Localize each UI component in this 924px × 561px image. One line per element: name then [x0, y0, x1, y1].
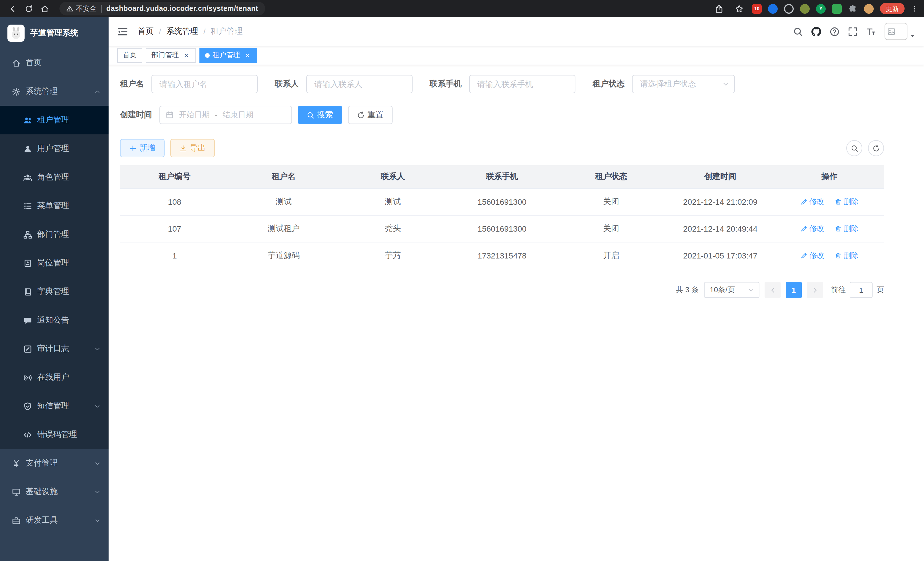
date-end-placeholder: 结束日期	[223, 110, 254, 120]
status-select[interactable]: 请选择租户状态	[632, 75, 735, 93]
user-avatar-dropdown[interactable]	[885, 23, 915, 40]
user-icon	[23, 144, 32, 153]
tab-首页[interactable]: 首页	[117, 48, 142, 63]
browser-profile-avatar[interactable]	[864, 4, 874, 14]
sidebar-item-label: 首页	[26, 58, 100, 68]
sidebar-item-tenant[interactable]: 租户管理	[0, 106, 109, 134]
plus-icon	[129, 144, 136, 152]
tenant-name-input[interactable]	[152, 75, 258, 93]
breadcrumb-item[interactable]: 系统管理	[166, 26, 198, 37]
delete-link[interactable]: 删除	[835, 250, 859, 261]
delete-link-label: 删除	[844, 224, 859, 234]
delete-link[interactable]: 删除	[835, 197, 859, 207]
chevron-down-icon	[94, 346, 100, 352]
table-row: 108测试测试15601691300关闭2021-12-14 21:02:09修…	[120, 188, 884, 215]
sidebar-item-system[interactable]: 系统管理	[0, 77, 109, 106]
site-security-chip[interactable]: 不安全	[66, 4, 97, 14]
address-bar[interactable]: 不安全 dashboard.yudao.iocoder.cn/system/te…	[59, 2, 265, 15]
page-number-button[interactable]: 1	[786, 282, 802, 298]
edit-link[interactable]: 修改	[800, 224, 824, 234]
filter-create-time: 创建时间 开始日期 - 结束日期	[120, 106, 298, 124]
sidebar-item-role[interactable]: 角色管理	[0, 163, 109, 192]
sidebar-item-dict[interactable]: 字典管理	[0, 277, 109, 306]
date-range-picker[interactable]: 开始日期 - 结束日期	[159, 106, 292, 124]
extension-icon[interactable]	[768, 4, 778, 14]
delete-link[interactable]: 删除	[835, 224, 859, 234]
cell-id: 1	[120, 242, 229, 269]
export-button[interactable]: 导出	[170, 139, 215, 157]
cell-status: 关闭	[556, 215, 666, 242]
close-icon[interactable]: ×	[182, 51, 190, 59]
back-icon[interactable]	[6, 2, 20, 15]
sidebar-item-sms[interactable]: 短信管理	[0, 392, 109, 420]
close-icon[interactable]: ×	[243, 51, 251, 59]
edit-link[interactable]: 修改	[800, 197, 824, 207]
extensions-puzzle-icon[interactable]	[848, 4, 858, 14]
sidebar-item-post[interactable]: 岗位管理	[0, 249, 109, 277]
extension-badge-icon[interactable]: 10	[752, 4, 762, 14]
extension-icon[interactable]	[784, 4, 794, 14]
fullscreen-icon[interactable]	[848, 27, 858, 36]
browser-actions: 10 Y 更新	[712, 2, 918, 15]
cell-contact: 秃头	[338, 215, 447, 242]
prev-page-button[interactable]	[765, 282, 781, 298]
goto-page-input[interactable]	[850, 282, 873, 298]
home-icon[interactable]	[38, 2, 51, 15]
next-page-button[interactable]	[807, 282, 823, 298]
mobile-input[interactable]	[469, 75, 575, 93]
post-icon	[23, 259, 32, 267]
sidebar-item-user[interactable]: 用户管理	[0, 134, 109, 163]
filter-mobile: 联系手机	[430, 75, 575, 93]
sidebar-item-label: 部门管理	[37, 229, 100, 240]
cell-actions: 修改删除	[775, 215, 884, 242]
reset-button[interactable]: 重置	[348, 106, 393, 124]
pagination-goto: 前往 页	[831, 282, 884, 298]
chevron-down-icon	[94, 517, 100, 523]
sidebar-item-infra[interactable]: 基础设施	[0, 478, 109, 506]
tab-租户管理[interactable]: 租户管理×	[200, 48, 257, 63]
sidebar-item-dev-tool[interactable]: 研发工具	[0, 506, 109, 535]
search-button[interactable]: 搜索	[298, 106, 342, 124]
table-row: 1芋道源码芋艿17321315478开启2021-01-05 17:03:47修…	[120, 242, 884, 269]
sidebar-item-dept[interactable]: 部门管理	[0, 220, 109, 249]
toggle-search-icon[interactable]	[846, 140, 862, 156]
search-icon[interactable]	[793, 27, 803, 36]
date-start-placeholder: 开始日期	[179, 110, 210, 120]
reload-icon[interactable]	[22, 2, 35, 15]
hamburger-icon[interactable]	[117, 26, 128, 37]
share-icon[interactable]	[712, 2, 726, 15]
github-icon[interactable]	[812, 27, 821, 36]
browser-menu-icon[interactable]	[911, 5, 918, 12]
sidebar-item-audit-log[interactable]: 审计日志	[0, 335, 109, 363]
breadcrumb: 首页/系统管理/租户管理	[138, 26, 243, 37]
sidebar-item-label: 菜单管理	[37, 201, 100, 211]
main-area: 首页/系统管理/租户管理 首页部门管理×租户管理×	[109, 17, 924, 561]
breadcrumb-item[interactable]: 首页	[138, 26, 154, 37]
font-size-icon[interactable]	[866, 27, 876, 36]
sidebar-item-pay[interactable]: 支付管理	[0, 449, 109, 478]
sidebar-item-home[interactable]: 首页	[0, 49, 109, 77]
contact-input[interactable]	[306, 75, 412, 93]
sidebar-item-label: 基础设施	[26, 487, 89, 497]
refresh-table-icon[interactable]	[868, 140, 884, 156]
add-button[interactable]: 新增	[120, 139, 165, 157]
page-size-value: 10条/页	[710, 285, 735, 295]
app-logo[interactable]: 芋道管理系统	[0, 17, 109, 49]
tab-部门管理[interactable]: 部门管理×	[146, 48, 196, 63]
extension-icon[interactable]: Y	[816, 4, 826, 14]
edit-link[interactable]: 修改	[800, 250, 824, 261]
extension-icon[interactable]	[832, 4, 842, 14]
chrome-update-button[interactable]: 更新	[880, 3, 904, 14]
bookmark-star-icon[interactable]	[732, 2, 746, 15]
sidebar-item-online-user[interactable]: 在线用户	[0, 363, 109, 392]
infra-icon	[12, 487, 21, 496]
extension-icon[interactable]	[800, 4, 810, 14]
url-text[interactable]: dashboard.yudao.iocoder.cn/system/tenant	[106, 5, 258, 13]
page-size-select[interactable]: 10条/页	[704, 282, 759, 298]
sidebar-item-menu[interactable]: 菜单管理	[0, 192, 109, 220]
sidebar-item-error-code[interactable]: 错误码管理	[0, 420, 109, 449]
sidebar-item-label: 研发工具	[26, 515, 89, 526]
sidebar-item-notice[interactable]: 通知公告	[0, 306, 109, 335]
pagination: 共 3 条 10条/页 1 前往 页	[120, 282, 884, 298]
help-icon[interactable]	[830, 27, 839, 36]
